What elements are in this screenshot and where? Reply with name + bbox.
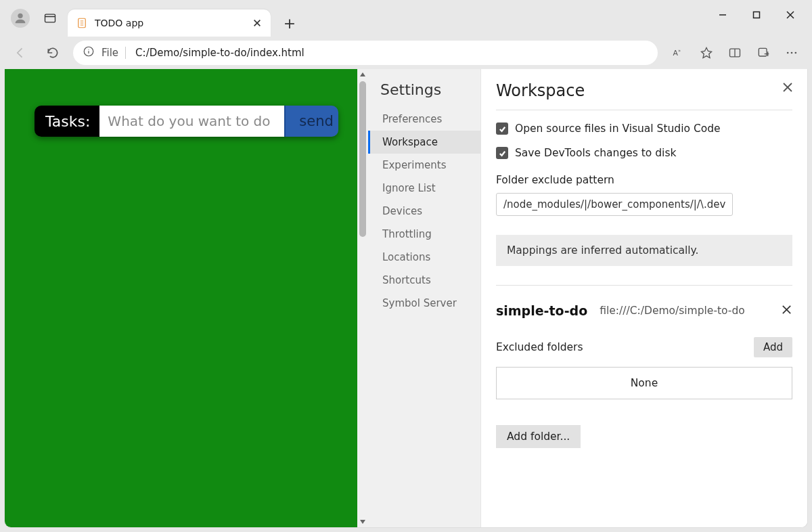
svg-point-25: [791, 52, 793, 54]
close-panel-button[interactable]: [782, 81, 794, 96]
devtools-panel: Settings PreferencesWorkspaceExperiments…: [368, 69, 807, 527]
back-button[interactable]: [8, 41, 32, 65]
svg-text:»: »: [678, 48, 681, 53]
browser-tab[interactable]: TODO app: [68, 9, 271, 37]
remove-folder-button[interactable]: [781, 304, 792, 318]
read-aloud-button[interactable]: A»: [666, 41, 690, 65]
checkbox-checked-icon: [496, 123, 508, 135]
sidebar-item-locations[interactable]: Locations: [368, 246, 480, 269]
page-scrollbar[interactable]: [357, 69, 368, 527]
favorite-button[interactable]: [694, 41, 719, 65]
more-menu-button[interactable]: [780, 41, 804, 65]
sidebar-item-ignore-list[interactable]: Ignore List: [368, 177, 480, 200]
split-screen-button[interactable]: [723, 41, 747, 65]
tab-title: TODO app: [95, 18, 245, 28]
svg-marker-27: [360, 72, 365, 76]
workspace-panel: Workspace Open source files in Visual St…: [481, 69, 807, 527]
site-info-icon[interactable]: [83, 45, 95, 60]
sidebar-item-preferences[interactable]: Preferences: [368, 108, 480, 131]
profile-avatar[interactable]: [11, 9, 30, 28]
collections-button[interactable]: [751, 41, 775, 65]
window-controls: [706, 0, 807, 27]
add-excluded-button[interactable]: Add: [754, 337, 792, 357]
folder-path: file:///C:/Demo/simple-to-do: [600, 305, 769, 317]
tab-actions-button[interactable]: [38, 6, 62, 30]
webpage-viewport: Tasks: send: [5, 69, 368, 527]
new-tab-button[interactable]: +: [276, 9, 303, 37]
sidebar-item-shortcuts[interactable]: Shortcuts: [368, 269, 480, 292]
exclude-pattern-input[interactable]: [496, 193, 733, 216]
settings-sidebar: Settings PreferencesWorkspaceExperiments…: [368, 69, 481, 527]
divider: [496, 285, 792, 286]
sidebar-item-symbol-server[interactable]: Symbol Server: [368, 292, 480, 315]
checkbox-checked-icon: [496, 147, 508, 159]
scroll-thumb[interactable]: [359, 81, 366, 237]
add-folder-button[interactable]: Add folder...: [496, 425, 581, 448]
url-path: C:/Demo/simple-to-do/index.html: [135, 47, 304, 59]
folder-name: simple-to-do: [496, 303, 587, 318]
svg-marker-18: [702, 48, 712, 58]
browser-toolbar: File C:/Demo/simple-to-do/index.html A»: [0, 37, 812, 69]
scroll-down-icon[interactable]: [357, 516, 368, 527]
scroll-up-icon[interactable]: [357, 69, 368, 80]
excluded-none-box: None: [496, 367, 792, 399]
close-window-button[interactable]: [774, 3, 807, 27]
task-input-row: Tasks: send: [35, 106, 338, 137]
settings-title: Settings: [368, 81, 480, 108]
checkbox-open-vscode[interactable]: Open source files in Visual Studio Code: [496, 123, 792, 135]
minimize-button[interactable]: [706, 3, 739, 27]
browser-titlebar: TODO app +: [0, 0, 812, 37]
reload-button[interactable]: [41, 41, 65, 65]
svg-point-24: [787, 52, 789, 54]
svg-point-15: [88, 49, 89, 49]
svg-point-0: [18, 14, 22, 18]
sidebar-item-experiments[interactable]: Experiments: [368, 154, 480, 177]
excluded-folders-label: Excluded folders: [496, 341, 754, 353]
content-area: Tasks: send Settings PreferencesWorkspac…: [4, 69, 808, 528]
tasks-label: Tasks:: [35, 106, 99, 137]
svg-rect-1: [45, 14, 55, 22]
maximize-button[interactable]: [740, 3, 773, 27]
svg-marker-28: [360, 520, 365, 524]
sidebar-item-workspace[interactable]: Workspace: [368, 131, 480, 154]
url-protocol: File: [102, 47, 126, 59]
svg-rect-10: [754, 12, 760, 18]
sidebar-item-throttling[interactable]: Throttling: [368, 223, 480, 246]
panel-title: Workspace: [496, 81, 792, 110]
checkbox-label: Open source files in Visual Studio Code: [515, 123, 721, 135]
checkbox-save-disk[interactable]: Save DevTools changes to disk: [496, 147, 792, 159]
svg-point-26: [795, 52, 797, 54]
page-icon: [76, 17, 88, 29]
svg-rect-21: [759, 48, 767, 56]
send-button[interactable]: send: [284, 106, 338, 137]
close-tab-button[interactable]: [252, 18, 263, 28]
mappings-info: Mappings are inferred automatically.: [496, 235, 792, 266]
checkbox-label: Save DevTools changes to disk: [515, 147, 676, 159]
sidebar-item-devices[interactable]: Devices: [368, 200, 480, 223]
exclude-pattern-label: Folder exclude pattern: [496, 174, 792, 186]
task-input[interactable]: [99, 106, 284, 137]
workspace-folder-row: simple-to-do file:///C:/Demo/simple-to-d…: [496, 303, 792, 318]
address-bar[interactable]: File C:/Demo/simple-to-do/index.html: [73, 41, 658, 65]
